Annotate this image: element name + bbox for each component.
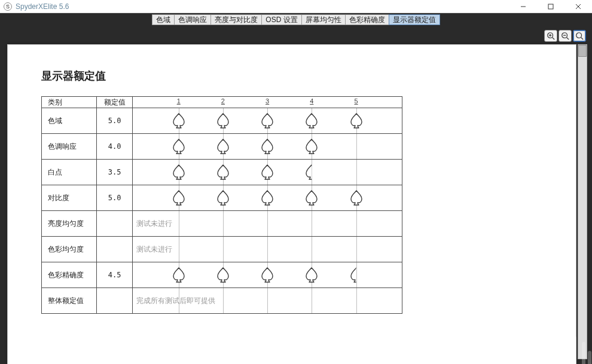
grid-line	[223, 211, 224, 236]
spade-icon	[303, 138, 321, 155]
scale-label: 2	[221, 97, 225, 105]
cell-category: 白点	[42, 160, 97, 185]
zoom-fit-button[interactable]	[573, 30, 586, 42]
spade-icon	[170, 267, 188, 283]
spade-icon	[258, 164, 276, 181]
cell-category: 整体额定值	[42, 288, 97, 314]
scale-label: 5	[354, 97, 358, 105]
cell-value: 5.0	[97, 185, 133, 211]
cell-category: 色调响应	[42, 134, 97, 160]
table-row: 色域5.0	[42, 108, 402, 134]
cell-graph	[133, 134, 402, 160]
spade-icon	[303, 112, 321, 129]
zoom-in-button[interactable]	[544, 30, 557, 42]
cell-value	[97, 288, 133, 314]
spade-icon	[170, 189, 188, 206]
maximize-button[interactable]	[537, 0, 564, 13]
grid-line	[267, 237, 268, 262]
grid-line	[312, 211, 312, 236]
canvas-area: 显示器额定值 类别 额定值 12345 色域5.0 色调响应4.0 白点3.5	[0, 26, 592, 364]
window-titlebar: S SpyderXElite 5.6	[0, 0, 592, 13]
row-note: 完成所有测试后即可提供	[136, 296, 215, 306]
grid-line	[312, 237, 312, 262]
svg-line-12	[581, 38, 584, 40]
cell-category: 色彩均匀度	[42, 237, 97, 262]
cell-category: 色彩精确度	[42, 262, 97, 288]
svg-point-11	[576, 33, 582, 38]
tabstrip: 色域色调响应亮度与对比度OSD 设置屏幕均匀性色彩精确度显示器额定值	[0, 13, 592, 26]
grid-line	[179, 211, 179, 236]
scale-label: 4	[310, 97, 313, 105]
spade-icon	[347, 112, 365, 129]
scale-label: 1	[177, 97, 181, 105]
row-note: 测试未进行	[136, 244, 172, 255]
tab-2[interactable]: 亮度与对比度	[210, 14, 262, 25]
cell-value	[97, 211, 133, 237]
col-header-value: 额定值	[97, 97, 133, 108]
spade-icon	[258, 189, 276, 206]
spade-icon	[214, 189, 232, 206]
svg-line-5	[553, 38, 555, 40]
table-row: 整体额定值完成所有测试后即可提供	[42, 288, 402, 314]
scale-label: 3	[266, 97, 269, 105]
spade-icon	[214, 112, 232, 129]
cell-graph	[133, 185, 402, 211]
grid-line	[223, 288, 224, 313]
table-row: 对比度5.0	[42, 185, 402, 211]
tab-3[interactable]: OSD 设置	[261, 14, 301, 25]
spade-icon	[347, 189, 365, 206]
window-title: SpyderXElite 5.6	[16, 2, 69, 11]
minimize-button[interactable]	[509, 0, 537, 13]
tab-5[interactable]: 色彩精确度	[345, 14, 389, 25]
tab-0[interactable]: 色域	[152, 14, 175, 25]
spade-icon	[258, 138, 276, 155]
cell-value: 4.5	[97, 262, 133, 288]
grid-line	[223, 237, 224, 262]
col-header-scale: 12345	[133, 97, 402, 108]
cell-graph	[133, 262, 402, 288]
spade-half-icon	[347, 267, 365, 283]
table-row: 色调响应4.0	[42, 134, 402, 160]
cell-graph: 完成所有测试后即可提供	[133, 288, 402, 314]
tab-6[interactable]: 显示器额定值	[389, 14, 440, 25]
tab-4[interactable]: 屏幕均匀性	[301, 14, 346, 25]
zoom-out-button[interactable]	[559, 30, 572, 42]
table-row: 色彩均匀度测试未进行	[42, 237, 402, 262]
vertical-scrollbar[interactable]	[578, 44, 587, 359]
app-icon: S	[4, 2, 12, 11]
cell-graph: 测试未进行	[133, 237, 402, 262]
grid-line	[267, 211, 268, 236]
cell-value: 4.0	[97, 134, 133, 160]
cell-graph	[133, 108, 402, 134]
cell-value	[97, 237, 133, 262]
grid-line	[356, 237, 357, 262]
table-row: 亮度均匀度测试未进行	[42, 211, 402, 237]
scrollbar-thumb[interactable]	[578, 45, 587, 57]
grid-line	[312, 288, 312, 313]
svg-line-9	[567, 38, 569, 40]
tab-1[interactable]: 色调响应	[174, 14, 211, 25]
spade-icon	[170, 164, 188, 181]
cell-category: 色域	[42, 108, 97, 134]
grid-line	[356, 288, 357, 313]
table-row: 白点3.5	[42, 160, 402, 185]
watermark-icon	[560, 332, 592, 364]
svg-rect-1	[548, 4, 553, 9]
report-page: 显示器额定值 类别 额定值 12345 色域5.0 色调响应4.0 白点3.5	[7, 44, 576, 364]
spade-icon	[214, 138, 232, 155]
grid-line	[356, 211, 357, 236]
spade-half-icon	[303, 164, 321, 181]
spade-icon	[303, 189, 321, 206]
close-button[interactable]	[564, 0, 592, 13]
page-title: 显示器额定值	[41, 69, 552, 83]
ratings-table: 类别 额定值 12345 色域5.0 色调响应4.0 白点3.5 对比度5.0 …	[41, 96, 402, 314]
spade-icon	[258, 112, 276, 129]
cell-category: 亮度均匀度	[42, 211, 97, 237]
spade-icon	[214, 267, 232, 283]
grid-line	[179, 237, 179, 262]
table-row: 色彩精确度4.5	[42, 262, 402, 288]
zoom-toolbar	[544, 30, 586, 42]
spade-icon	[214, 164, 232, 181]
row-note: 测试未进行	[136, 219, 172, 229]
spade-icon	[303, 267, 321, 283]
